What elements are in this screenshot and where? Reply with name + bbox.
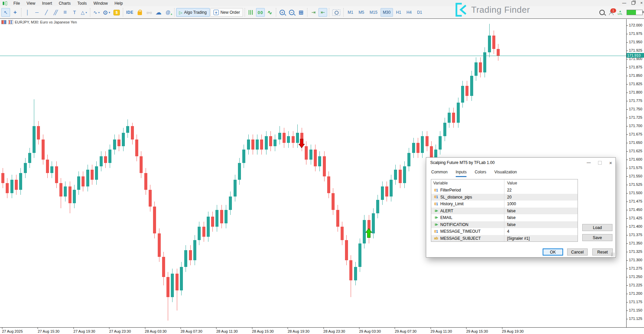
user-account-icon[interactable]: 1 [609,10,614,15]
zoom-in-icon[interactable]: + [278,8,287,17]
menu-insert[interactable]: Insert [39,0,55,6]
timeframe-d1[interactable]: D1 [415,8,425,17]
dialog-tab-common[interactable]: Common [431,170,448,177]
dialog-tab-inputs[interactable]: Inputs [456,170,467,177]
window-restore-icon[interactable] [632,1,635,5]
equidistant-channel-icon[interactable]: ╱╱ [51,8,60,17]
variable-value[interactable]: 22 [504,188,578,192]
input-row-filterperiod[interactable]: 01FilterPeriod22 [431,187,578,194]
save-button[interactable]: Save [582,234,612,241]
crosshair-icon[interactable]: + [11,8,19,17]
dialog-minimize-button[interactable]: — [587,160,591,165]
ide-button[interactable]: IDE [125,8,135,17]
time-axis[interactable]: 27 Aug 202527 Aug 15:3027 Aug 19:3027 Au… [0,327,644,334]
variable-value[interactable]: false [504,222,578,227]
menu-charts[interactable]: Charts [55,0,74,6]
variable-name: MESSAGE_TIMEOUT [440,229,481,234]
bool-type-icon: ⋔ [434,215,439,221]
price-tick-label: 171.925 [627,48,642,52]
community-icon[interactable]: @ [164,8,172,17]
price-tick-label: 171.550 [627,174,642,178]
bar-chart-icon[interactable] [247,8,255,17]
cloud-icon[interactable]: ☁ [154,8,163,17]
timeframe-m1[interactable]: M1 [345,8,356,17]
reset-button[interactable]: Reset [592,248,613,256]
price-tick-label: 171.875 [627,65,642,69]
text-icon[interactable]: T [70,8,79,17]
level-indicator[interactable]: ▲ LVL [618,10,623,15]
search-icon[interactable] [599,10,605,15]
variable-value[interactable]: [Signaler #1] [504,236,578,241]
timeframe-h1[interactable]: H1 [394,8,403,17]
int-type-icon: 01 [433,188,439,192]
chart-shift-icon[interactable]: ⇤ [318,8,327,17]
menu-tools[interactable]: Tools [74,0,90,6]
variable-value[interactable]: 20 [504,195,578,200]
horizontal-line-icon[interactable]: ─ [33,8,41,17]
price-tick-label: 171.200 [627,291,642,295]
timeframe-m5[interactable]: M5 [356,8,367,17]
timeframe-h4[interactable]: H4 [404,8,414,17]
cancel-button[interactable]: Cancel [567,248,588,256]
auto-scroll-icon[interactable]: ⇥ [309,8,318,17]
dialog-tab-colors[interactable]: Colors [475,170,486,177]
ok-button[interactable]: OK [543,248,563,256]
dialog-resize-grip[interactable] [611,253,614,256]
input-row-sl_distance_pips[interactable]: 01SL_distance_pips20 [431,194,578,201]
price-tick-label: 171.325 [627,249,642,254]
dialog-tab-visualization[interactable]: Visualization [494,170,517,177]
timeframe-m30[interactable]: M30 [381,8,393,17]
menu-help[interactable]: Help [111,0,126,6]
dialog-maximize-icon[interactable] [598,161,602,165]
line-studies-icon[interactable]: ∿▾ [92,8,101,17]
screenshot-icon[interactable] [331,8,342,17]
variable-value[interactable]: false [504,215,578,220]
input-row-history_limit[interactable]: 01History_Limit1000 [431,201,578,208]
fibonacci-icon[interactable]: ≡ [61,8,69,17]
menu-file[interactable]: File [10,0,23,6]
load-button[interactable]: Load [582,224,612,231]
variable-name: SL_distance_pips [440,195,472,200]
menu-view[interactable]: View [23,0,39,6]
indicators-icon[interactable]: ⊙▾ [102,8,111,17]
input-row-message_timeout[interactable]: 01MESSAGE_TIMEOUT4 [431,228,578,235]
timeframe-m15[interactable]: M15 [367,8,380,17]
price-tick-label: 171.125 [627,317,642,321]
tile-windows-icon[interactable]: ⊞ [297,8,305,17]
time-tick-label: 27 Aug 15:30 [38,329,59,333]
input-row-alert[interactable]: ⋔ALERTfalse [431,208,578,215]
price-axis[interactable]: 172.000171.975171.950171.925171.900171.8… [626,19,644,327]
candlestick-chart-icon[interactable]: 00 [256,8,265,17]
variable-value[interactable]: 4 [504,229,578,234]
signal-icon[interactable]: ((o)) [145,8,154,17]
input-row-email[interactable]: ⋔EMAILfalse [431,214,578,221]
price-tick-label: 171.675 [627,132,642,136]
zoom-out-icon[interactable]: − [287,8,296,17]
window-minimize-button[interactable]: — [622,1,626,5]
cursor-icon[interactable]: ↖ [1,8,10,17]
price-tick-label: 172.000 [627,23,642,27]
price-tick-label: 171.950 [627,40,642,44]
shapes-icon[interactable]: △▾ [80,8,88,17]
variable-value[interactable]: 1000 [504,202,578,206]
chart-symbol-header: EURJPY, M30: Euro vs Japanese Yen [1,20,77,24]
input-row-notification[interactable]: ⋔NOTIFICATIONfalse [431,221,578,228]
market-bag-icon[interactable] [136,8,144,17]
price-tick-label: 171.975 [627,32,642,36]
time-tick-label: 27 Aug 19:30 [73,329,95,333]
dialog-tabs: CommonInputsColorsVisualization [431,170,517,177]
trendline-icon[interactable]: ╱ [42,8,51,17]
window-close-button[interactable]: × [640,1,643,5]
line-chart-icon[interactable]: ∿ [265,8,274,17]
algo-trading-button[interactable]: ▷Algo Trading [176,8,210,17]
market-dollar-icon[interactable]: $ [112,8,121,17]
dialog-close-button[interactable]: × [609,160,612,166]
input-row-message_subject[interactable]: abMESSAGE_SUBJECT[Signaler #1] [431,235,578,242]
price-tick-label: 171.350 [627,241,642,245]
menu-window[interactable]: Window [90,0,111,6]
price-tick-label: 171.425 [627,216,642,220]
variable-value[interactable]: false [504,209,578,213]
price-tick-label: 171.775 [627,99,642,103]
vertical-line-icon[interactable]: │ [23,8,32,17]
new-order-button[interactable]: +New Order [210,8,243,17]
